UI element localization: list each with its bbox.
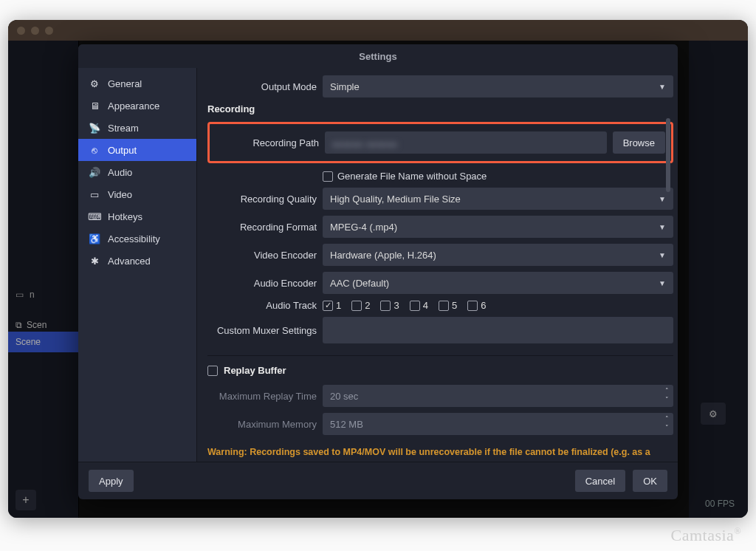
replay-buffer-section: Replay Buffer Maximum Replay Time 20 sec… xyxy=(207,355,673,435)
settings-sidebar: ⚙General 🖥Appearance 📡Stream ⎋Output 🔊Au… xyxy=(78,68,196,462)
traffic-light-min[interactable] xyxy=(31,27,39,35)
track-label: 1 xyxy=(336,300,341,311)
checkbox-icon xyxy=(323,171,333,182)
accessibility-icon: ♿ xyxy=(89,233,100,244)
dialog-footer: Apply Cancel OK xyxy=(78,462,678,499)
replay-header-label: Replay Buffer xyxy=(224,365,286,376)
gear-icon: ⚙ xyxy=(89,78,100,89)
video-encoder-select[interactable]: Hardware (Apple, H.264) ▼ xyxy=(323,244,673,266)
stepper-value: 20 sec xyxy=(330,391,358,402)
settings-dialog: Settings ⚙General 🖥Appearance 📡Stream ⎋O… xyxy=(78,44,678,499)
apply-button[interactable]: Apply xyxy=(89,470,134,492)
sidebar-item-video[interactable]: ▭Video xyxy=(78,183,196,205)
track-label: 6 xyxy=(481,300,486,311)
audio-track-label: Audio Track xyxy=(207,300,317,311)
ok-label: OK xyxy=(643,476,657,487)
sidebar-item-appearance[interactable]: 🖥Appearance xyxy=(78,95,196,117)
audio-track-2[interactable]: 2 xyxy=(351,300,370,311)
track-label: 5 xyxy=(452,300,457,311)
output-icon: ⎋ xyxy=(89,144,100,156)
recording-path-highlight: Recording Path ▬▬▬ ▬▬▬ Browse xyxy=(207,122,673,163)
output-mode-select[interactable]: Simple ▼ xyxy=(323,75,673,97)
settings-title: Settings xyxy=(78,44,678,68)
max-memory-stepper[interactable]: 512 MB ˄˅ xyxy=(323,413,673,435)
recording-path-label: Recording Path xyxy=(210,137,319,148)
checkbox-icon xyxy=(207,366,218,376)
checkbox-icon xyxy=(380,301,391,311)
stepper-value: 512 MB xyxy=(330,419,363,430)
traffic-light-close[interactable] xyxy=(17,27,25,35)
chevron-down-icon[interactable]: ˅ xyxy=(665,424,669,431)
recording-format-label: Recording Format xyxy=(207,222,317,233)
checkbox-icon xyxy=(467,301,478,311)
checkbox-icon xyxy=(439,301,449,311)
chevron-down-icon: ▼ xyxy=(659,195,666,203)
dropdown-value: Hardware (Apple, H.264) xyxy=(330,250,436,261)
dropdown-value: MPEG-4 (.mp4) xyxy=(330,222,397,233)
audio-track-group: 1 2 3 4 5 6 xyxy=(323,300,486,311)
audio-track-1[interactable]: 1 xyxy=(323,300,341,311)
muxer-label: Custom Muxer Settings xyxy=(207,325,317,336)
sidebar-label: Accessibility xyxy=(108,233,160,244)
dropdown-value: High Quality, Medium File Size xyxy=(330,194,461,205)
appearance-icon: 🖥 xyxy=(89,100,100,112)
recording-format-select[interactable]: MPEG-4 (.mp4) ▼ xyxy=(323,216,673,238)
replay-buffer-checkbox[interactable]: Replay Buffer xyxy=(207,365,673,376)
warning-text: Warning: Recordings saved to MP4/MOV wil… xyxy=(207,441,673,462)
sidebar-item-stream[interactable]: 📡Stream xyxy=(78,117,196,139)
chevron-down-icon: ▼ xyxy=(659,83,666,91)
keyboard-icon: ⌨ xyxy=(89,211,100,222)
generate-filename-checkbox[interactable]: Generate File Name without Space xyxy=(323,171,487,182)
watermark: Camtasia® xyxy=(671,526,742,545)
scrollbar[interactable] xyxy=(666,118,670,419)
sidebar-item-audio[interactable]: 🔊Audio xyxy=(78,161,196,183)
recording-quality-select[interactable]: High Quality, Medium File Size ▼ xyxy=(323,188,673,210)
max-replay-time-stepper[interactable]: 20 sec ˄˅ xyxy=(323,385,673,407)
sidebar-label: Hotkeys xyxy=(108,211,142,222)
checkbox-icon xyxy=(351,301,362,311)
recording-quality-label: Recording Quality xyxy=(207,194,317,205)
settings-content: Output Mode Simple ▼ Recording Recording… xyxy=(196,68,678,462)
cancel-label: Cancel xyxy=(585,476,615,487)
chevron-down-icon: ▼ xyxy=(659,251,666,259)
sidebar-label: General xyxy=(108,78,142,89)
sidebar-label: Appearance xyxy=(108,100,159,112)
traffic-light-max[interactable] xyxy=(45,27,53,35)
antenna-icon: 📡 xyxy=(89,122,100,134)
max-memory-label: Maximum Memory xyxy=(207,419,317,430)
track-label: 2 xyxy=(365,300,370,311)
cancel-button[interactable]: Cancel xyxy=(575,470,625,492)
sidebar-item-output[interactable]: ⎋Output xyxy=(78,139,196,161)
apply-label: Apply xyxy=(99,476,123,487)
recording-section-header: Recording xyxy=(207,103,673,114)
recording-path-value: ▬▬▬ ▬▬▬ xyxy=(332,137,398,148)
audio-track-6[interactable]: 6 xyxy=(467,300,486,311)
audio-encoder-label: Audio Encoder xyxy=(207,278,317,289)
track-label: 4 xyxy=(423,300,428,311)
sidebar-label: Advanced xyxy=(108,256,151,267)
checkbox-label: Generate File Name without Space xyxy=(337,171,487,182)
sidebar-item-general[interactable]: ⚙General xyxy=(78,72,196,95)
browse-button[interactable]: Browse xyxy=(613,131,665,154)
wrench-icon: ✱ xyxy=(89,255,100,267)
checkbox-icon xyxy=(410,301,420,311)
sidebar-item-hotkeys[interactable]: ⌨Hotkeys xyxy=(78,205,196,227)
recording-path-input[interactable]: ▬▬▬ ▬▬▬ xyxy=(325,131,607,154)
browse-label: Browse xyxy=(623,137,655,148)
sidebar-item-advanced[interactable]: ✱Advanced xyxy=(78,250,196,272)
chevron-down-icon: ▼ xyxy=(659,279,666,287)
dropdown-value: Simple xyxy=(330,81,360,92)
ok-button[interactable]: OK xyxy=(633,470,667,492)
dropdown-value: AAC (Default) xyxy=(330,278,389,289)
audio-track-3[interactable]: 3 xyxy=(380,300,399,311)
monitor-icon: ▭ xyxy=(89,188,100,200)
audio-track-5[interactable]: 5 xyxy=(439,300,457,311)
audio-encoder-select[interactable]: AAC (Default) ▼ xyxy=(323,272,673,294)
video-encoder-label: Video Encoder xyxy=(207,250,317,261)
scrollbar-thumb[interactable] xyxy=(666,118,670,192)
sidebar-label: Audio xyxy=(108,167,132,178)
muxer-input[interactable] xyxy=(323,317,673,343)
sidebar-label: Video xyxy=(108,189,132,200)
audio-track-4[interactable]: 4 xyxy=(410,300,428,311)
sidebar-item-accessibility[interactable]: ♿Accessibility xyxy=(78,227,196,250)
